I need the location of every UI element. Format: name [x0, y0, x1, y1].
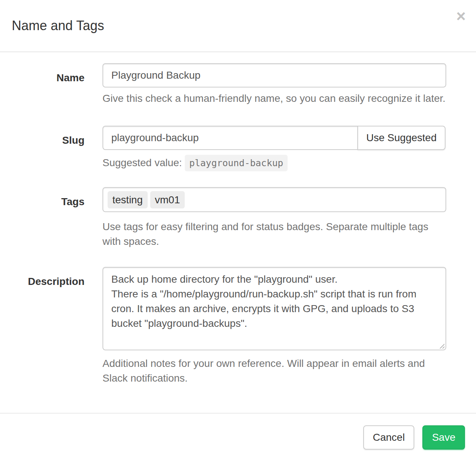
- tag-chip[interactable]: testing: [108, 191, 148, 208]
- slug-input[interactable]: [102, 126, 358, 150]
- tags-field-row: Tags testing vm01 Use tags for easy filt…: [0, 187, 476, 249]
- slug-field-row: Slug Use Suggested Suggested value: play…: [0, 126, 476, 172]
- description-field-row: Description Back up home directory for t…: [0, 267, 476, 386]
- suggested-value-line: Suggested value: playground-backup: [102, 154, 446, 172]
- name-label: Name: [0, 63, 84, 85]
- cancel-button[interactable]: Cancel: [363, 425, 414, 450]
- save-button[interactable]: Save: [422, 425, 465, 450]
- name-field-row: Name Give this check a human-friendly na…: [0, 63, 476, 106]
- description-control: Back up home directory for the "playgrou…: [102, 267, 446, 386]
- name-and-tags-dialog: Name and Tags × Name Give this check a h…: [0, 0, 476, 461]
- dialog-body: Name Give this check a human-friendly na…: [0, 52, 476, 413]
- use-suggested-button[interactable]: Use Suggested: [357, 126, 446, 150]
- description-label: Description: [0, 267, 84, 289]
- slug-input-group: Use Suggested: [102, 126, 446, 150]
- suggested-value-code: playground-backup: [185, 155, 288, 171]
- name-control: Give this check a human-friendly name, s…: [102, 63, 446, 106]
- dialog-header: Name and Tags ×: [0, 0, 476, 52]
- slug-label: Slug: [0, 126, 84, 148]
- dialog-title: Name and Tags: [12, 18, 104, 33]
- name-input[interactable]: [102, 63, 446, 87]
- tags-input[interactable]: testing vm01: [102, 187, 446, 212]
- name-help-text: Give this check a human-friendly name, s…: [102, 91, 446, 106]
- description-textarea-wrap: Back up home directory for the "playgrou…: [102, 267, 446, 350]
- description-textarea[interactable]: Back up home directory for the "playgrou…: [102, 267, 446, 350]
- tag-chip[interactable]: vm01: [150, 191, 185, 208]
- tags-label: Tags: [0, 187, 84, 209]
- dialog-footer: Cancel Save: [0, 413, 476, 461]
- suggested-value-label: Suggested value:: [102, 157, 182, 168]
- close-icon[interactable]: ×: [456, 8, 466, 24]
- slug-control: Use Suggested Suggested value: playgroun…: [102, 126, 446, 172]
- description-help-text: Additional notes for your own reference.…: [102, 356, 446, 386]
- tags-control: testing vm01 Use tags for easy filtering…: [102, 187, 446, 249]
- tags-help-text: Use tags for easy filtering and for stat…: [102, 219, 446, 249]
